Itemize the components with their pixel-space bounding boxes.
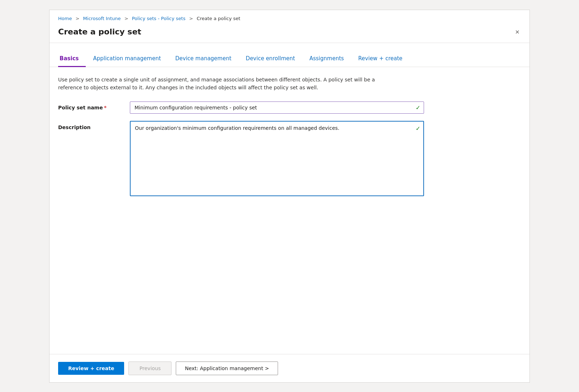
review-create-button[interactable]: Review + create <box>58 362 124 375</box>
breadcrumb: Home > Microsoft Intune > Policy sets - … <box>50 10 529 24</box>
panel-header: Create a policy set × <box>50 24 529 43</box>
header-divider <box>50 43 529 43</box>
page-title: Create a policy set <box>58 27 141 36</box>
name-valid-icon: ✓ <box>416 104 420 111</box>
breadcrumb-sep-2: > <box>124 16 130 21</box>
breadcrumb-intune[interactable]: Microsoft Intune <box>83 16 121 21</box>
create-policy-panel: Home > Microsoft Intune > Policy sets - … <box>49 10 530 383</box>
description-input-wrap: Our organization's minimum configuration… <box>130 121 424 196</box>
tab-review-create[interactable]: Review + create <box>351 52 410 67</box>
previous-button: Previous <box>128 362 171 375</box>
tab-basics[interactable]: Basics <box>58 52 86 67</box>
close-button[interactable]: × <box>514 27 521 37</box>
breadcrumb-sep-1: > <box>76 16 81 21</box>
breadcrumb-policy-sets[interactable]: Policy sets - Policy sets <box>132 16 185 21</box>
main-content: Use policy set to create a single unit o… <box>50 67 529 354</box>
description-input[interactable]: Our organization's minimum configuration… <box>130 121 424 196</box>
tab-assignments[interactable]: Assignments <box>302 52 351 67</box>
policy-set-name-input[interactable] <box>130 101 424 114</box>
breadcrumb-current: Create a policy set <box>197 16 240 21</box>
description-valid-icon: ✓ <box>416 125 420 132</box>
policy-set-name-row: Policy set name* ✓ <box>58 101 521 114</box>
required-indicator: * <box>104 105 107 110</box>
tab-bar: Basics Application management Device man… <box>50 52 529 67</box>
next-button[interactable]: Next: Application management > <box>176 362 278 375</box>
description-label: Description <box>58 121 130 130</box>
intro-description: Use policy set to create a single unit o… <box>58 76 381 92</box>
tab-application-management[interactable]: Application management <box>86 52 168 67</box>
breadcrumb-home[interactable]: Home <box>58 16 72 21</box>
tab-device-management[interactable]: Device management <box>168 52 239 67</box>
policy-set-name-input-wrap: ✓ <box>130 101 424 114</box>
breadcrumb-sep-3: > <box>189 16 194 21</box>
footer-actions: Review + create Previous Next: Applicati… <box>50 354 529 382</box>
tab-device-enrollment[interactable]: Device enrollment <box>239 52 302 67</box>
description-row: Description Our organization's minimum c… <box>58 121 521 196</box>
policy-set-name-label: Policy set name* <box>58 105 130 110</box>
